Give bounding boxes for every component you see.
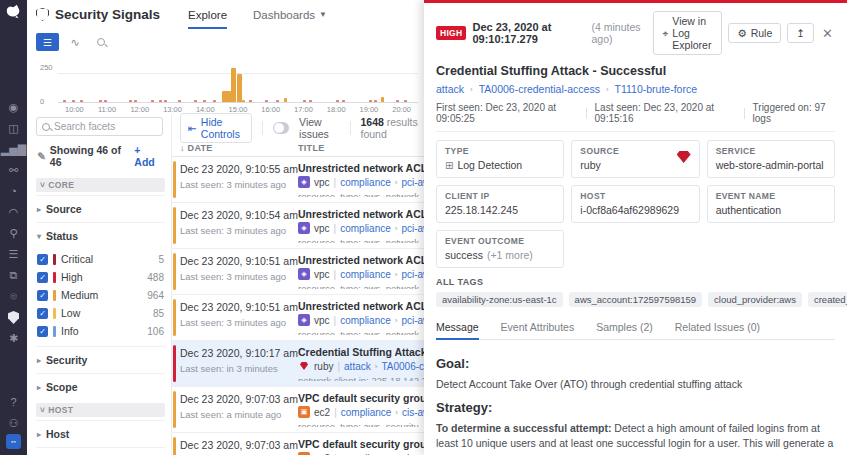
chart-bar[interactable] (213, 100, 216, 102)
chart-bar[interactable] (72, 100, 75, 102)
facet-item-scope[interactable]: ▸Scope (36, 373, 165, 400)
chart-bar[interactable] (309, 100, 312, 102)
status-label[interactable]: Low (61, 307, 80, 319)
table-row[interactable]: Dec 23 2020, 9:07:03 amLast seen: a minu… (172, 387, 424, 433)
chart-bar[interactable] (336, 100, 339, 102)
table-row[interactable]: Dec 23 2020, 9:10:51 amLast seen: 3 minu… (172, 249, 424, 295)
row-crumb-link[interactable]: compliance (340, 223, 391, 234)
attribute-card-type[interactable]: TYPE⊞Log Detection (436, 140, 564, 178)
tag-chip[interactable]: created_by:justin.massey (808, 292, 847, 307)
export-button[interactable]: ↥ (787, 23, 814, 43)
tab-dashboards[interactable]: Dashboards▼ (253, 0, 327, 29)
checkbox-checked-icon[interactable]: ✓ (37, 326, 48, 337)
checkbox-checked-icon[interactable]: ✓ (37, 308, 48, 319)
attribute-card-event-name[interactable]: EVENT NAMEauthentication (707, 185, 835, 223)
chart-bar[interactable] (63, 100, 66, 102)
add-facet-button[interactable]: + Add (134, 144, 163, 168)
pencil-icon[interactable]: ✎ (37, 150, 46, 162)
view-issues-toggle[interactable] (273, 122, 289, 134)
row-crumb-link[interactable]: pci-aws (401, 269, 424, 280)
search-input[interactable] (91, 32, 420, 52)
table-row[interactable]: Dec 23 2020, 9:10:55 amLast seen: 3 minu… (172, 157, 424, 203)
chart-bar[interactable] (381, 97, 384, 102)
notebooks-icon[interactable]: ⧉ (0, 265, 27, 286)
facet-search-input[interactable]: Search facets (36, 117, 163, 136)
table-row[interactable]: Dec 23 2020, 9:10:17 amLast seen: in 3 m… (172, 341, 424, 387)
row-crumb-link[interactable]: TA0006-credential-a (381, 361, 424, 372)
chart-bar[interactable] (249, 100, 252, 102)
date-column-header[interactable]: ↓ DATE (180, 143, 298, 153)
status-label[interactable]: Medium (61, 289, 98, 301)
chart-bar[interactable] (284, 98, 287, 102)
chart-bar[interactable] (396, 100, 399, 102)
chart-plot-area[interactable] (58, 67, 418, 103)
chart-bar[interactable] (404, 100, 407, 102)
help-icon[interactable]: ? (0, 392, 27, 413)
chart-bar[interactable] (164, 100, 167, 102)
chart-bar[interactable] (80, 100, 83, 102)
settings-icon[interactable]: ✱ (0, 328, 27, 349)
list-view-button[interactable]: ☰ (36, 33, 59, 51)
row-crumb-link[interactable]: compliance (341, 407, 392, 418)
attribute-card-event-outcome[interactable]: EVENT OUTCOMEsuccess(+1 more) (436, 230, 564, 268)
view-in-log-explorer-button[interactable]: ⌖View in Log Explorer (653, 11, 722, 55)
status-label[interactable]: Critical (61, 253, 93, 265)
panel-crumb-link[interactable]: attack (436, 83, 464, 95)
facet-group-header[interactable]: ˅ HOST (36, 403, 165, 417)
chart-bar[interactable] (237, 74, 242, 102)
org-icon[interactable]: ⚇ (0, 413, 27, 434)
facet-item-source[interactable]: ▸Source (36, 195, 165, 222)
row-crumb-link[interactable]: compliance (340, 269, 391, 280)
tab-explore[interactable]: Explore (188, 0, 227, 29)
chart-bar[interactable] (129, 100, 132, 102)
chart-bar[interactable] (369, 100, 372, 102)
user-avatar[interactable]: ▪▪ (6, 434, 21, 449)
datadog-logo-icon[interactable] (5, 4, 22, 19)
apm-icon[interactable]: ⌾ (0, 286, 27, 307)
row-crumb-link[interactable]: attack (344, 361, 371, 372)
row-crumb-link[interactable]: pci-aws (401, 315, 424, 326)
signals-timeline-chart[interactable]: 250 0 10:0011:0012:0013:0014:0015:0016:0… (36, 57, 420, 115)
facet-item-client-ip[interactable]: ▸Client IP (36, 447, 165, 455)
attribute-card-service[interactable]: SERVICEweb-store-admin-portal (707, 140, 835, 178)
chart-bar[interactable] (231, 68, 236, 102)
chart-bar[interactable] (178, 100, 181, 102)
chart-bar[interactable] (203, 100, 206, 102)
facet-group-header[interactable]: ˅ CORE (36, 178, 165, 192)
row-crumb-link[interactable]: compliance (340, 177, 391, 188)
table-row[interactable]: Dec 23 2020, 9:10:54 amLast seen: 3 minu… (172, 203, 424, 249)
chart-bar[interactable] (159, 100, 162, 102)
tag-chip[interactable]: aws_account:172597598159 (569, 292, 703, 307)
row-crumb-link[interactable]: compliance (340, 315, 391, 326)
panel-crumb-link[interactable]: T1110-brute-force (615, 83, 697, 95)
facet-item-host[interactable]: ▸Host (36, 420, 165, 447)
pipelines-icon[interactable]: ⚲ (0, 223, 27, 244)
chart-bar[interactable] (104, 100, 107, 102)
attribute-card-host[interactable]: HOSTi-0cf8a64af62989629 (571, 185, 699, 223)
panel-crumb-link[interactable]: TA0006-credential-access (479, 83, 600, 95)
row-crumb-link[interactable]: cis-aws (402, 407, 424, 418)
network-icon[interactable]: ⚯ (0, 160, 27, 181)
status-label[interactable]: Info (61, 325, 79, 337)
chart-bar[interactable] (342, 100, 345, 102)
chart-bar[interactable] (194, 100, 197, 102)
detail-tab-related[interactable]: Related Issues (0) (675, 317, 760, 339)
detail-tab-event[interactable]: Event Attributes (501, 317, 575, 339)
rule-button[interactable]: ⚙Rule (728, 23, 781, 43)
chart-bar[interactable] (303, 100, 306, 102)
metrics-icon[interactable]: ▂▅▇ (0, 139, 27, 160)
watchdog-icon[interactable]: ◉ (0, 97, 27, 118)
chart-bar[interactable] (226, 91, 231, 102)
chart-bar[interactable] (134, 100, 137, 102)
chart-bar[interactable] (242, 100, 245, 102)
detail-tab-message[interactable]: Message (436, 317, 479, 339)
tag-chip[interactable]: availability-zone:us-east-1c (436, 292, 563, 307)
row-crumb-link[interactable]: pci-aws (401, 177, 424, 188)
chart-bar[interactable] (151, 100, 154, 102)
facet-item-status[interactable]: ▾Status (36, 222, 165, 249)
status-label[interactable]: High (61, 271, 83, 283)
row-crumb-link[interactable]: pci-aws (401, 223, 424, 234)
chart-bar[interactable] (276, 100, 279, 102)
events-icon[interactable]: ◫ (0, 118, 27, 139)
synthetics-icon[interactable]: ◠ (0, 202, 27, 223)
